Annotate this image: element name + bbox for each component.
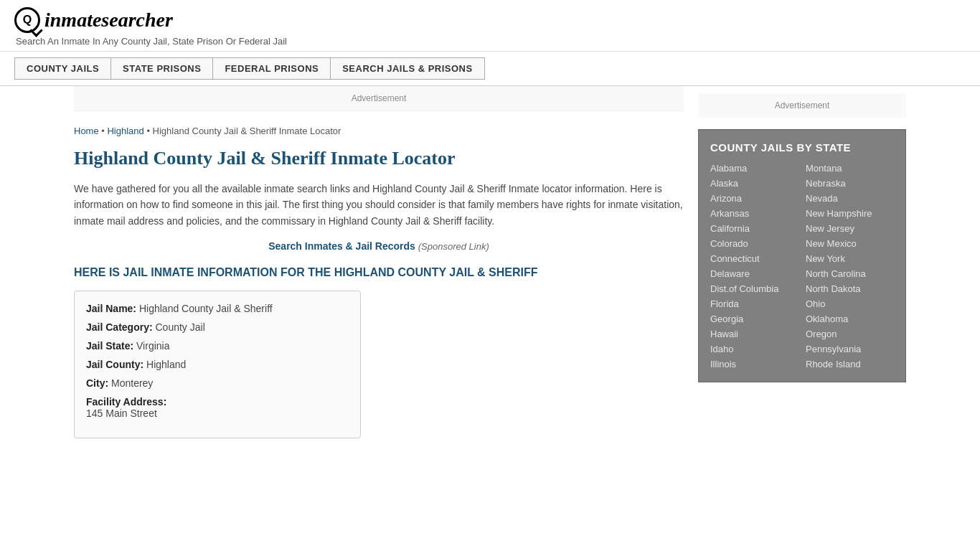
breadcrumb-sep1: • [99,126,108,136]
state-link[interactable]: Arkansas [710,207,798,220]
state-link[interactable]: North Dakota [806,283,894,295]
nav-item-search[interactable]: SEARCH JAILS & PRISONS [330,57,484,80]
state-link[interactable]: New Mexico [806,237,894,250]
state-link[interactable]: Ohio [806,298,894,310]
info-city: City: Monterey [86,377,349,389]
section-header: HERE IS JAIL INMATE INFORMATION FOR THE … [74,266,684,279]
info-jail-category: Jail Category: County Jail [86,321,349,333]
breadcrumb-current: Highland County Jail & Sheriff Inmate Lo… [153,126,341,136]
logo-icon: Q [14,7,40,33]
state-col-2: MontanaNebraskaNevadaNew HampshireNew Je… [806,162,894,370]
state-link[interactable]: Illinois [710,358,798,370]
logo-part2: searcher [101,9,173,31]
breadcrumb-highland[interactable]: Highland [107,126,143,136]
state-link[interactable]: Connecticut [710,253,798,265]
jail-category-value: County Jail [155,321,204,333]
nav-item-state-prisons[interactable]: STATE PRISONS [110,57,212,80]
nav-item-county-jails[interactable]: COUNTY JAILS [14,57,110,80]
jail-county-label: Jail County: [86,359,143,370]
state-link[interactable]: Oregon [806,328,894,340]
nav-item-federal-prisons[interactable]: FEDERAL PRISONS [212,57,330,80]
state-link[interactable]: Dist.of Columbia [710,283,798,295]
state-link[interactable]: Colorado [710,237,798,250]
jail-county-value: Highland [146,359,186,370]
state-link[interactable]: New Jersey [806,222,894,235]
state-link[interactable]: New York [806,253,894,265]
tagline: Search An Inmate In Any County Jail, Sta… [16,36,966,47]
address-value: 145 Main Street [86,408,349,419]
state-link[interactable]: Georgia [710,313,798,325]
ad-banner-top: Advertisement [74,86,684,111]
breadcrumb: Home • Highland • Highland County Jail &… [74,120,684,136]
logo-part1: inmate [44,9,101,31]
state-link[interactable]: Pennsylvania [806,343,894,355]
state-link[interactable]: Alaska [710,177,798,189]
sponsored-link[interactable]: Search Inmates & Jail Records [268,240,415,252]
jail-state-value: Virginia [136,340,169,352]
state-link[interactable]: North Carolina [806,268,894,280]
logo-text: inmatesearcher [44,9,173,32]
state-link[interactable]: Idaho [710,343,798,355]
sidebar-ad: Advertisement [698,93,906,118]
state-link[interactable]: Alabama [710,162,798,174]
sponsored-note: (Sponsored Link) [418,241,489,252]
main-nav: COUNTY JAILS STATE PRISONS FEDERAL PRISO… [0,52,980,86]
state-link[interactable]: Montana [806,162,894,174]
state-link[interactable]: Oklahoma [806,313,894,325]
state-link[interactable]: Nevada [806,192,894,204]
info-address: Facility Address: 145 Main Street [86,396,349,419]
logo-area: Q inmatesearcher [14,7,966,33]
state-list-box: COUNTY JAILS BY STATE AlabamaAlaskaArizo… [698,129,906,382]
site-header: Q inmatesearcher Search An Inmate In Any… [0,0,980,52]
state-link[interactable]: Arizona [710,192,798,204]
jail-name-value: Highland County Jail & Sheriff [139,303,273,314]
state-link[interactable]: Delaware [710,268,798,280]
state-link[interactable]: California [710,222,798,235]
address-label: Facility Address: [86,396,349,408]
nav-link-state-prisons[interactable]: STATE PRISONS [110,57,213,80]
page-layout: Advertisement Home • Highland • Highland… [60,86,920,453]
jail-category-label: Jail Category: [86,321,153,333]
state-col-1: AlabamaAlaskaArizonaArkansasCaliforniaCo… [710,162,798,370]
nav-list: COUNTY JAILS STATE PRISONS FEDERAL PRISO… [14,57,966,80]
main-content: Advertisement Home • Highland • Highland… [74,86,698,453]
breadcrumb-sep2: • [144,126,153,136]
state-columns: AlabamaAlaskaArizonaArkansasCaliforniaCo… [710,162,894,370]
city-label: City: [86,377,108,389]
state-link[interactable]: New Hampshire [806,207,894,220]
jail-name-label: Jail Name: [86,303,136,314]
nav-link-search[interactable]: SEARCH JAILS & PRISONS [330,57,484,80]
state-link[interactable]: Hawaii [710,328,798,340]
breadcrumb-home[interactable]: Home [74,126,99,136]
state-list-title: COUNTY JAILS BY STATE [710,141,894,154]
state-link[interactable]: Rhode Island [806,358,894,370]
page-description: We have gathered for you all the availab… [74,181,684,229]
info-jail-state: Jail State: Virginia [86,340,349,352]
info-jail-name: Jail Name: Highland County Jail & Sherif… [86,303,349,314]
sidebar: Advertisement COUNTY JAILS BY STATE Alab… [698,86,906,453]
state-link[interactable]: Florida [710,298,798,310]
info-box: Jail Name: Highland County Jail & Sherif… [74,291,361,438]
city-value: Monterey [111,377,153,389]
info-jail-county: Jail County: Highland [86,359,349,370]
sponsored-link-area: Search Inmates & Jail Records (Sponsored… [74,240,684,252]
nav-link-county-jails[interactable]: COUNTY JAILS [14,57,111,80]
nav-link-federal-prisons[interactable]: FEDERAL PRISONS [212,57,331,80]
jail-state-label: Jail State: [86,340,133,352]
page-title: Highland County Jail & Sheriff Inmate Lo… [74,148,684,169]
state-link[interactable]: Nebraska [806,177,894,189]
